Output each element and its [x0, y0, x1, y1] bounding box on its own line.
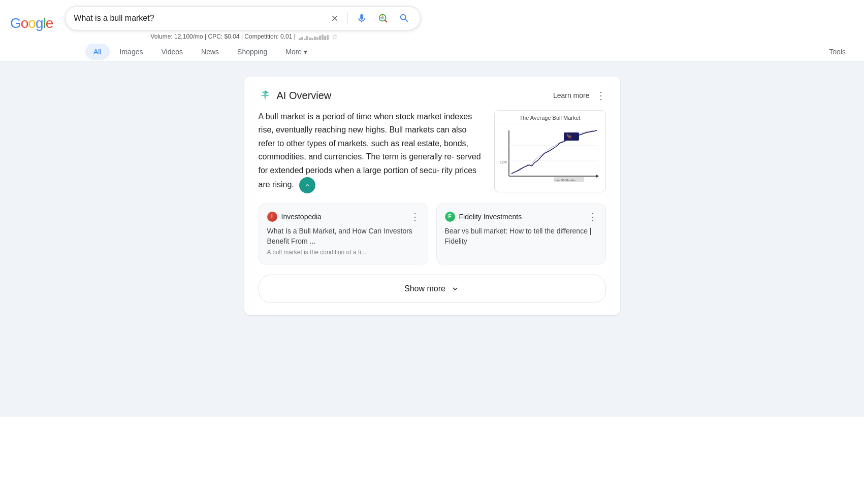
investopedia-favicon: I: [267, 212, 277, 222]
learn-more-button[interactable]: Learn more: [553, 91, 590, 99]
more-options-button[interactable]: ⋮: [596, 89, 606, 102]
tab-images[interactable]: Images: [112, 43, 151, 61]
bookmark-icon[interactable]: ☆: [332, 32, 338, 41]
seo-chart: [299, 33, 329, 40]
fidelity-title: Bear vs bull market: How to tell the dif…: [445, 226, 597, 246]
svg-text:Last 90 Months: Last 90 Months: [555, 179, 575, 182]
investopedia-title: What Is a Bull Market, and How Can Inves…: [267, 226, 420, 246]
google-logo: Google: [10, 15, 53, 31]
investopedia-name: Investopedia: [281, 213, 322, 221]
fidelity-name: Fidelity Investments: [459, 213, 522, 221]
chart-svg-area: 🐂 12% Last 90 Months: [495, 123, 605, 192]
search-icons: [328, 11, 412, 26]
close-icon: [330, 14, 339, 23]
image-search-button[interactable]: [375, 11, 391, 26]
ai-overview-text: A bull market is a period of time when s…: [259, 110, 482, 193]
seo-toolbar: Volume: 12,100/mo | CPC: $0.04 | Competi…: [140, 30, 421, 41]
ai-overview-title: AI Overview: [277, 90, 332, 102]
search-divider: [347, 12, 348, 24]
microphone-icon: [356, 13, 367, 24]
tab-news[interactable]: News: [193, 43, 227, 61]
chevron-up-icon: [304, 182, 311, 189]
source-card-investopedia[interactable]: I Investopedia ⋮ What Is a Bull Market, …: [259, 204, 428, 264]
fidelity-favicon: F: [445, 212, 455, 222]
tools-button[interactable]: Tools: [821, 43, 854, 61]
search-input[interactable]: [74, 14, 323, 23]
chart-title: The Average Bull Market: [495, 111, 605, 123]
ai-content-row: A bull market is a period of time when s…: [259, 110, 606, 193]
search-bar-wrapper: Volume: 12,100/mo | CPC: $0.04 | Competi…: [65, 6, 421, 41]
search-bar: [65, 6, 421, 30]
fidelity-menu-button[interactable]: ⋮: [588, 211, 597, 222]
ai-gem-icon: [259, 89, 272, 102]
show-more-label: Show more: [404, 284, 445, 293]
voice-search-button[interactable]: [354, 11, 369, 26]
ai-chart-thumbnail: The Average Bull Market: [494, 110, 606, 192]
tab-all[interactable]: All: [85, 44, 110, 60]
svg-marker-11: [596, 175, 599, 178]
investopedia-menu-button[interactable]: ⋮: [410, 211, 420, 222]
source-card-header: I Investopedia ⋮: [267, 211, 420, 222]
investopedia-snippet: A bull market is the condition of a fi..…: [267, 248, 420, 257]
svg-text:12%: 12%: [500, 160, 507, 164]
content-inner: AI Overview Learn more ⋮ A bull market i…: [234, 77, 630, 315]
search-icon: [399, 13, 410, 24]
source-card-fidelity-header: F Fidelity Investments ⋮: [445, 211, 597, 222]
clear-button[interactable]: [328, 12, 341, 25]
source-info: I Investopedia: [267, 212, 322, 222]
seo-metrics: Volume: 12,100/mo | CPC: $0.04 | Competi…: [150, 33, 296, 40]
ai-overview-card: AI Overview Learn more ⋮ A bull market i…: [244, 77, 620, 315]
collapse-button[interactable]: [299, 177, 315, 193]
main-content: AI Overview Learn more ⋮ A bull market i…: [0, 61, 864, 417]
bull-market-chart: 🐂 12% Last 90 Months: [499, 125, 600, 186]
ai-actions: Learn more ⋮: [553, 89, 606, 102]
source-card-fidelity[interactable]: F Fidelity Investments ⋮ Bear vs bull ma…: [436, 204, 606, 264]
nav-tabs: All Images Videos News Shopping More ▾ T…: [0, 43, 864, 61]
show-more-wrapper: Show more: [259, 275, 606, 303]
chevron-down-icon: [451, 284, 460, 293]
tab-videos[interactable]: Videos: [153, 43, 191, 61]
source-cards: I Investopedia ⋮ What Is a Bull Market, …: [259, 204, 606, 264]
svg-text:🐂: 🐂: [566, 133, 572, 140]
search-button[interactable]: [397, 11, 412, 26]
tab-more[interactable]: More ▾: [277, 43, 315, 61]
fidelity-source-info: F Fidelity Investments: [445, 212, 522, 222]
tab-shopping[interactable]: Shopping: [229, 43, 275, 61]
show-more-button[interactable]: Show more: [259, 275, 606, 303]
ai-title-row: AI Overview: [259, 89, 332, 102]
header: Google: [0, 0, 864, 41]
ai-overview-header: AI Overview Learn more ⋮: [259, 89, 606, 102]
lens-icon: [377, 13, 389, 24]
